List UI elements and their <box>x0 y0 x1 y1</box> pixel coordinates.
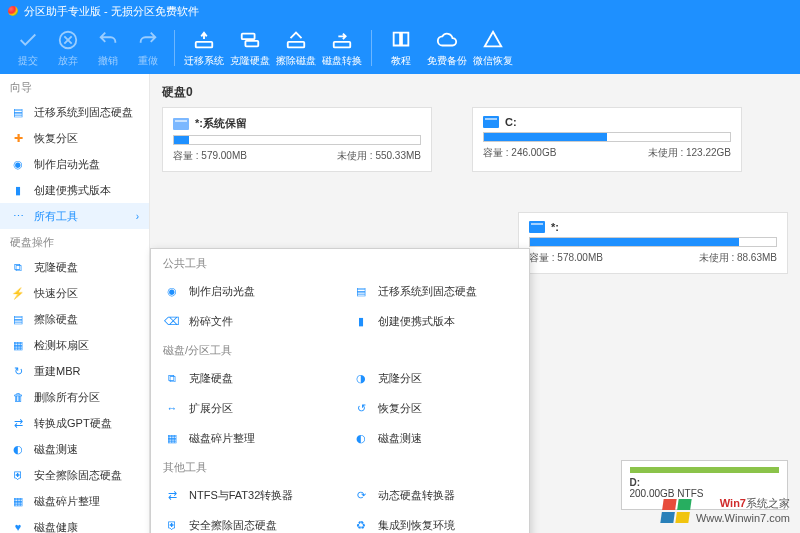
gauge-icon: ◐ <box>10 441 26 457</box>
grid-icon: ⋯ <box>10 208 26 224</box>
redo-button[interactable]: 重做 <box>128 24 168 72</box>
extend-icon: ↔ <box>163 399 181 417</box>
usb-icon: ▮ <box>10 182 26 198</box>
wipe-icon <box>285 29 307 51</box>
tool-recovery-env[interactable]: ♻集成到恢复环境 <box>340 510 529 533</box>
drive-icon <box>529 221 545 233</box>
titlebar: 分区助手专业版 - 无损分区免费软件 <box>0 0 800 22</box>
sidebar-item-defrag[interactable]: ▦磁盘碎片整理 <box>0 488 149 514</box>
clone-button[interactable]: 克隆硬盘 <box>227 24 273 72</box>
sidebar-item-quick-partition[interactable]: ⚡快速分区 <box>0 280 149 306</box>
heart-icon: ♥ <box>10 519 26 533</box>
app-icon <box>8 6 18 16</box>
bolt-icon: ⚡ <box>10 285 26 301</box>
flyout-section-head: 公共工具 <box>151 249 529 276</box>
usb-icon: ▮ <box>352 312 370 330</box>
all-tools-flyout: 公共工具 ◉制作启动光盘 ▤迁移系统到固态硬盘 ⌫粉碎文件 ▮创建便携式版本 磁… <box>150 248 530 533</box>
sidebar-item-bad-sector[interactable]: ▦检测坏扇区 <box>0 332 149 358</box>
sidebar-item-speed-test[interactable]: ◐磁盘测速 <box>0 436 149 462</box>
wechat-button[interactable]: 微信恢复 <box>470 24 516 72</box>
undo-button[interactable]: 撤销 <box>88 24 128 72</box>
sidebar: 向导 ▤迁移系统到固态硬盘 ✚恢复分区 ◉制作启动光盘 ▮创建便携式版本 ⋯所有… <box>0 74 150 533</box>
redo-icon <box>137 29 159 51</box>
defrag-icon: ▦ <box>163 429 181 447</box>
eraser-icon: ▤ <box>10 311 26 327</box>
usage-bar <box>529 237 777 247</box>
tool-portable[interactable]: ▮创建便携式版本 <box>340 306 529 336</box>
diskops-heading: 硬盘操作 <box>0 229 149 254</box>
tool-clone-partition[interactable]: ◑克隆分区 <box>340 363 529 393</box>
clone-part-icon: ◑ <box>352 369 370 387</box>
tool-defrag[interactable]: ▦磁盘碎片整理 <box>151 423 340 453</box>
recover-icon: ↺ <box>352 399 370 417</box>
tool-secure-erase[interactable]: ⛨安全擦除固态硬盘 <box>151 510 340 533</box>
svg-rect-5 <box>334 41 351 47</box>
partition-card[interactable]: *:系统保留 容量 : 579.00MB未使用 : 550.33MB <box>162 107 432 172</box>
sidebar-item-recover-partition[interactable]: ✚恢复分区 <box>0 125 149 151</box>
tool-make-boot-disc[interactable]: ◉制作启动光盘 <box>151 276 340 306</box>
chevron-right-icon: › <box>136 211 139 222</box>
check-icon <box>17 29 39 51</box>
tutorial-button[interactable]: 教程 <box>378 24 424 72</box>
window-title: 分区助手专业版 - 无损分区免费软件 <box>24 4 199 19</box>
tool-ntfs-fat32[interactable]: ⇄NTFS与FAT32转换器 <box>151 480 340 510</box>
wizard-heading: 向导 <box>0 74 149 99</box>
migrate-icon <box>193 29 215 51</box>
trash-icon: 🗑 <box>10 389 26 405</box>
migrate-button[interactable]: 迁移系统 <box>181 24 227 72</box>
toolbar: 提交 放弃 撤销 重做 迁移系统 克隆硬盘 擦除磁盘 磁盘转换 教程 免费备份 … <box>0 22 800 74</box>
sidebar-item-secure-erase[interactable]: ⛨安全擦除固态硬盘 <box>0 462 149 488</box>
svg-rect-4 <box>288 41 305 47</box>
disc-icon: ◉ <box>163 282 181 300</box>
sidebar-item-clone-disk[interactable]: ⧉克隆硬盘 <box>0 254 149 280</box>
shred-icon: ⌫ <box>163 312 181 330</box>
sidebar-item-wipe-disk[interactable]: ▤擦除硬盘 <box>0 306 149 332</box>
sidebar-item-rebuild-mbr[interactable]: ↻重建MBR <box>0 358 149 384</box>
tool-migrate-ssd[interactable]: ▤迁移系统到固态硬盘 <box>340 276 529 306</box>
disc-icon: ◉ <box>10 156 26 172</box>
wechat-icon <box>482 29 504 51</box>
clone-disk-icon: ⧉ <box>10 259 26 275</box>
wipe-button[interactable]: 擦除磁盘 <box>273 24 319 72</box>
undo-icon <box>97 29 119 51</box>
sidebar-item-convert-gpt[interactable]: ⇄转换成GPT硬盘 <box>0 410 149 436</box>
shield-icon: ⛨ <box>163 516 181 533</box>
ssd-icon: ▤ <box>10 104 26 120</box>
tool-speed-test[interactable]: ◐磁盘测速 <box>340 423 529 453</box>
book-icon <box>390 29 412 51</box>
gauge-icon: ◐ <box>352 429 370 447</box>
tool-dynamic-disk[interactable]: ⟳动态硬盘转换器 <box>340 480 529 510</box>
partition-card[interactable]: C: 容量 : 246.00GB未使用 : 123.22GB <box>472 107 742 172</box>
sidebar-item-migrate-ssd[interactable]: ▤迁移系统到固态硬盘 <box>0 99 149 125</box>
tool-extend-partition[interactable]: ↔扩展分区 <box>151 393 340 423</box>
backup-button[interactable]: 免费备份 <box>424 24 470 72</box>
sidebar-item-make-boot-disc[interactable]: ◉制作启动光盘 <box>0 151 149 177</box>
scan-icon: ▦ <box>10 337 26 353</box>
tool-shred-file[interactable]: ⌫粉碎文件 <box>151 306 340 336</box>
usage-bar <box>173 135 421 145</box>
shield-icon: ⛨ <box>10 467 26 483</box>
sidebar-item-delete-all[interactable]: 🗑删除所有分区 <box>0 384 149 410</box>
clone-icon <box>239 29 261 51</box>
dynamic-icon: ⟳ <box>352 486 370 504</box>
windows-flag-icon <box>660 499 691 523</box>
recovery-icon: ♻ <box>352 516 370 533</box>
svg-rect-2 <box>242 33 255 39</box>
discard-button[interactable]: 放弃 <box>48 24 88 72</box>
sidebar-item-portable[interactable]: ▮创建便携式版本 <box>0 177 149 203</box>
tool-recover-partition[interactable]: ↺恢复分区 <box>340 393 529 423</box>
partition-card[interactable]: *: 容量 : 578.00MB未使用 : 88.63MB <box>518 212 788 274</box>
flyout-section-head: 磁盘/分区工具 <box>151 336 529 363</box>
sidebar-item-health[interactable]: ♥磁盘健康 <box>0 514 149 533</box>
swap-icon: ⇄ <box>10 415 26 431</box>
disk-title: 硬盘0 <box>162 84 788 101</box>
ssd-icon: ▤ <box>352 282 370 300</box>
sidebar-item-all-tools[interactable]: ⋯所有工具› <box>0 203 149 229</box>
convert-button[interactable]: 磁盘转换 <box>319 24 365 72</box>
commit-button[interactable]: 提交 <box>8 24 48 72</box>
svg-rect-1 <box>196 41 213 47</box>
recover-icon: ✚ <box>10 130 26 146</box>
drive-icon <box>483 116 499 128</box>
tool-clone-disk[interactable]: ⧉克隆硬盘 <box>151 363 340 393</box>
defrag-icon: ▦ <box>10 493 26 509</box>
